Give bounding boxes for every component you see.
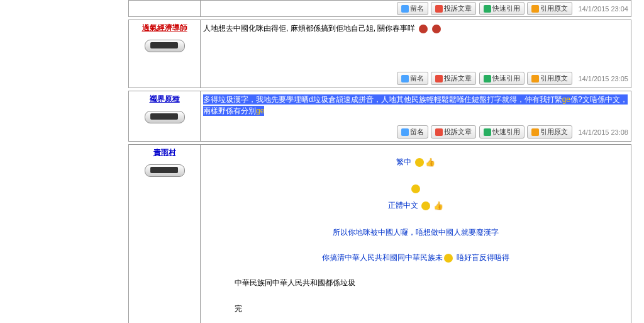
reply-label: 留名 <box>410 4 424 12</box>
author-link[interactable]: 過氣經濟導師 <box>142 23 187 32</box>
post-body: 人地想去中國化咪由得佢, 麻煩都係搞到佢地自己姐, 關你春事咩 <box>203 23 628 34</box>
reply-button[interactable]: 留名 <box>397 2 428 15</box>
angry-icon <box>432 25 441 33</box>
report-button[interactable]: 投訴文章 <box>431 72 476 85</box>
quote-button[interactable]: 引用原文 <box>527 2 572 15</box>
user-badge <box>145 40 185 52</box>
report-icon <box>435 75 443 82</box>
search-icon <box>411 184 420 193</box>
timestamp: 14/1/2015 23:08 <box>578 128 628 136</box>
quote-label: 引用原文 <box>540 4 568 12</box>
reply-icon <box>401 5 409 13</box>
post-body: 繁中 👍 正體中文 👍 所以你地咪被中國人囉，唔想做中國人就要廢漢字 你搞清中華… <box>203 147 628 323</box>
reply-icon <box>401 75 409 82</box>
report-icon <box>435 5 443 13</box>
smile-icon <box>415 158 424 167</box>
report-button[interactable]: 投訴文章 <box>431 125 476 139</box>
quickquote-icon <box>484 5 491 13</box>
post-actions: 留名 投訴文章 快速引用 引用原文 14/1/2015 23:08 <box>203 125 628 139</box>
author-link[interactable]: 襯界原種 <box>150 94 180 103</box>
author-link[interactable]: 責雨村 <box>153 148 176 157</box>
quickquote-button[interactable]: 快速引用 <box>479 72 525 85</box>
post-actions: 留名 投訴文章 快速引用 引用原文 14/1/2015 23:05 <box>203 72 628 85</box>
quote-button[interactable]: 引用原文 <box>527 125 572 139</box>
quickquote-icon <box>484 75 491 82</box>
timestamp: 14/1/2015 23:05 <box>578 75 628 82</box>
timestamp: 14/1/2015 23:04 <box>578 5 628 13</box>
thumb-icon: 👍 <box>425 154 435 172</box>
reply-button[interactable]: 留名 <box>397 72 428 85</box>
report-button[interactable]: 投訴文章 <box>431 2 476 15</box>
quickquote-label: 快速引用 <box>492 4 520 12</box>
post-1: 過氣經濟導師 人地想去中國化咪由得佢, 麻煩都係搞到佢地自己姐, 關你春事咩 留… <box>128 20 631 88</box>
quote-icon <box>531 128 539 136</box>
post-body: 多得垃圾漢字，我地先要學埋晒d垃圾倉頡速成拼音，人地其他民族輕輕鬆鬆喺住鍵盤打字… <box>203 94 628 116</box>
thumb-icon: 👍 <box>433 197 443 215</box>
post-actions: 留名 投訴文章 快速引用 引用原文 14/1/2015 23:04 <box>203 2 628 15</box>
user-badge <box>145 164 185 177</box>
reply-icon <box>401 128 409 136</box>
post-0: 留名 投訴文章 快速引用 引用原文 14/1/2015 23:04 <box>128 0 631 17</box>
report-label: 投訴文章 <box>444 4 472 12</box>
quickquote-button[interactable]: 快速引用 <box>479 125 525 139</box>
quote-button[interactable]: 引用原文 <box>527 72 572 85</box>
quote-icon <box>531 75 539 82</box>
quickquote-icon <box>484 128 491 136</box>
post-2: 襯界原種 多得垃圾漢字，我地先要學埋晒d垃圾倉頡速成拼音，人地其他民族輕輕鬆鬆喺… <box>128 91 631 142</box>
reply-button[interactable]: 留名 <box>397 125 428 139</box>
quickquote-button[interactable]: 快速引用 <box>479 2 525 15</box>
user-badge <box>145 111 185 123</box>
quote-icon <box>531 5 539 13</box>
smile-icon <box>421 201 430 210</box>
angry-icon <box>419 25 428 33</box>
smile-icon <box>444 254 453 263</box>
report-icon <box>435 128 443 136</box>
post-3: 責雨村 繁中 👍 正體中文 👍 所以你地咪被中國人囉，唔想做中國人就要廢漢字 你… <box>128 144 631 323</box>
